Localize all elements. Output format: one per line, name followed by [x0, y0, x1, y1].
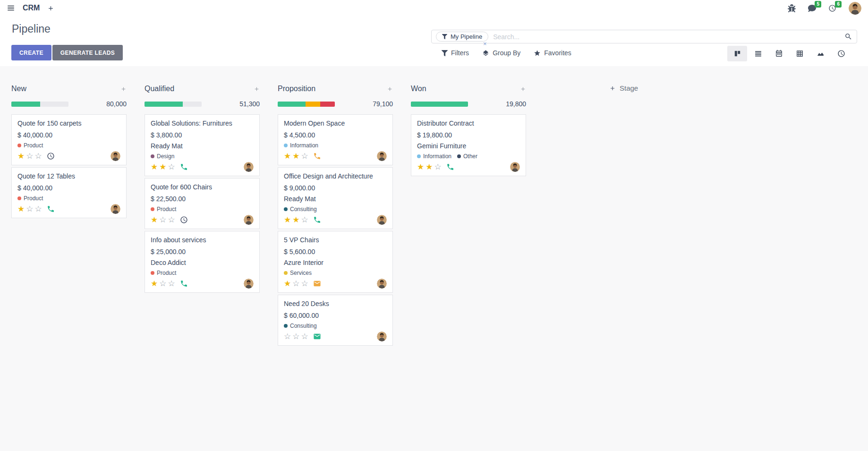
- priority-star-3[interactable]: ☆: [168, 280, 175, 288]
- column-progressbar[interactable]: [145, 102, 202, 107]
- priority-star-2[interactable]: ☆: [292, 332, 299, 340]
- card-title[interactable]: Need 20 Desks: [284, 300, 387, 307]
- column-progressbar[interactable]: [411, 102, 468, 107]
- card-title[interactable]: 5 VP Chairs: [284, 236, 387, 244]
- clock-activity-icon[interactable]: [47, 152, 55, 160]
- search-facet-my-pipeline[interactable]: My Pipeline: [436, 32, 488, 42]
- card-avatar[interactable]: [377, 332, 387, 341]
- envelope-activity-icon[interactable]: [313, 280, 321, 288]
- view-button-calendar[interactable]: [769, 46, 789, 61]
- quick-create-icon[interactable]: [120, 86, 127, 92]
- quick-create-icon[interactable]: [387, 86, 393, 92]
- messages-button[interactable]: 5: [808, 4, 816, 12]
- priority-star-1[interactable]: ★: [17, 205, 25, 213]
- phone-activity-icon[interactable]: [180, 280, 188, 288]
- priority-star-3[interactable]: ☆: [301, 280, 308, 288]
- card-avatar[interactable]: [377, 215, 387, 225]
- new-tab-icon[interactable]: [47, 5, 54, 12]
- envelope-activity-icon[interactable]: [313, 332, 321, 340]
- priority-star-3[interactable]: ☆: [301, 332, 308, 340]
- phone-activity-icon[interactable]: [180, 163, 188, 171]
- app-title[interactable]: CRM: [23, 4, 40, 12]
- phone-activity-icon[interactable]: [446, 163, 454, 171]
- favorites-menu[interactable]: Favorites: [534, 49, 571, 57]
- debug-menu-button[interactable]: [788, 4, 796, 12]
- card-avatar[interactable]: [111, 151, 120, 161]
- priority-star-3[interactable]: ☆: [301, 152, 308, 160]
- card-avatar[interactable]: [244, 162, 254, 172]
- column-title[interactable]: New: [11, 85, 26, 93]
- priority-star-3[interactable]: ☆: [168, 216, 175, 224]
- priority-star-2[interactable]: ☆: [159, 280, 166, 288]
- kanban-card[interactable]: Distributor Contract $ 19,800.00 Gemini …: [411, 114, 526, 176]
- column-progressbar[interactable]: [11, 102, 68, 107]
- priority-star-1[interactable]: ★: [284, 216, 291, 224]
- quick-create-icon[interactable]: [254, 86, 260, 92]
- kanban-card[interactable]: Info about services $ 25,000.00 Deco Add…: [145, 231, 260, 293]
- column-title[interactable]: Proposition: [278, 85, 315, 93]
- generate-leads-button[interactable]: GENERATE LEADS: [52, 45, 123, 60]
- search-placeholder[interactable]: Search...: [493, 33, 519, 41]
- card-title[interactable]: Quote for 150 carpets: [17, 119, 120, 127]
- kanban-card[interactable]: Need 20 Desks $ 60,000.00 Consulting ☆☆☆: [278, 295, 393, 346]
- priority-star-2[interactable]: ☆: [159, 216, 166, 224]
- kanban-card[interactable]: Quote for 12 Tables $ 40,000.00 Product …: [11, 167, 127, 218]
- card-title[interactable]: Info about services: [151, 236, 254, 244]
- facet-remove-icon[interactable]: ×: [483, 41, 487, 47]
- view-button-graph[interactable]: [810, 46, 830, 61]
- create-button[interactable]: CREATE: [11, 45, 51, 60]
- search-bar[interactable]: My Pipeline Search...: [431, 30, 857, 43]
- card-title[interactable]: Quote for 600 Chairs: [151, 183, 254, 191]
- apps-menu-icon[interactable]: [7, 4, 15, 12]
- phone-activity-icon[interactable]: [47, 205, 55, 213]
- column-progressbar[interactable]: [278, 102, 335, 107]
- view-button-activity[interactable]: [831, 46, 851, 61]
- priority-star-3[interactable]: ☆: [35, 205, 42, 213]
- card-avatar[interactable]: [510, 162, 520, 172]
- view-button-kanban[interactable]: [727, 46, 747, 61]
- group-by-menu[interactable]: Group By: [482, 49, 520, 57]
- priority-star-1[interactable]: ★: [417, 163, 424, 171]
- card-title[interactable]: Distributor Contract: [417, 119, 520, 127]
- view-button-list[interactable]: [748, 46, 768, 61]
- card-avatar[interactable]: [244, 279, 254, 289]
- priority-star-2[interactable]: ★: [292, 152, 299, 160]
- card-title[interactable]: Office Design and Architecture: [284, 172, 387, 180]
- kanban-card[interactable]: Modern Open Space $ 4,500.00 Information…: [278, 114, 393, 165]
- priority-star-2[interactable]: ★: [292, 216, 299, 224]
- quick-create-icon[interactable]: [520, 86, 526, 92]
- card-avatar[interactable]: [377, 279, 387, 289]
- priority-star-1[interactable]: ★: [284, 280, 291, 288]
- column-title[interactable]: Won: [411, 85, 426, 93]
- priority-star-3[interactable]: ☆: [168, 163, 175, 171]
- card-title[interactable]: Global Solutions: Furnitures: [151, 119, 254, 127]
- kanban-card[interactable]: Quote for 150 carpets $ 40,000.00 Produc…: [11, 114, 127, 165]
- kanban-card[interactable]: Office Design and Architecture $ 9,000.0…: [278, 167, 393, 229]
- priority-star-1[interactable]: ★: [151, 280, 158, 288]
- card-avatar[interactable]: [244, 215, 254, 225]
- phone-activity-icon[interactable]: [313, 152, 321, 160]
- add-stage-button[interactable]: Stage: [609, 84, 638, 92]
- priority-star-1[interactable]: ★: [151, 163, 158, 171]
- kanban-card[interactable]: 5 VP Chairs $ 5,600.00 Azure Interior Se…: [278, 231, 393, 293]
- card-title[interactable]: Modern Open Space: [284, 119, 387, 127]
- kanban-card[interactable]: Global Solutions: Furnitures $ 3,800.00 …: [145, 114, 260, 176]
- kanban-card[interactable]: Quote for 600 Chairs $ 22,500.00 Product…: [145, 178, 260, 229]
- priority-star-2[interactable]: ☆: [292, 280, 299, 288]
- priority-star-2[interactable]: ☆: [26, 152, 33, 160]
- priority-star-1[interactable]: ★: [284, 152, 291, 160]
- priority-star-2[interactable]: ★: [159, 163, 166, 171]
- activities-button[interactable]: 6: [828, 4, 836, 12]
- column-title[interactable]: Qualified: [145, 85, 174, 93]
- search-icon[interactable]: [844, 33, 852, 41]
- priority-star-1[interactable]: ☆: [284, 332, 291, 340]
- card-avatar[interactable]: [111, 204, 120, 214]
- priority-star-3[interactable]: ☆: [35, 152, 42, 160]
- priority-star-2[interactable]: ☆: [26, 205, 33, 213]
- priority-star-1[interactable]: ★: [17, 152, 25, 160]
- view-button-pivot[interactable]: [790, 46, 809, 61]
- priority-star-3[interactable]: ☆: [434, 163, 442, 171]
- priority-star-3[interactable]: ☆: [301, 216, 308, 224]
- phone-activity-icon[interactable]: [313, 216, 321, 224]
- priority-star-1[interactable]: ★: [151, 216, 158, 224]
